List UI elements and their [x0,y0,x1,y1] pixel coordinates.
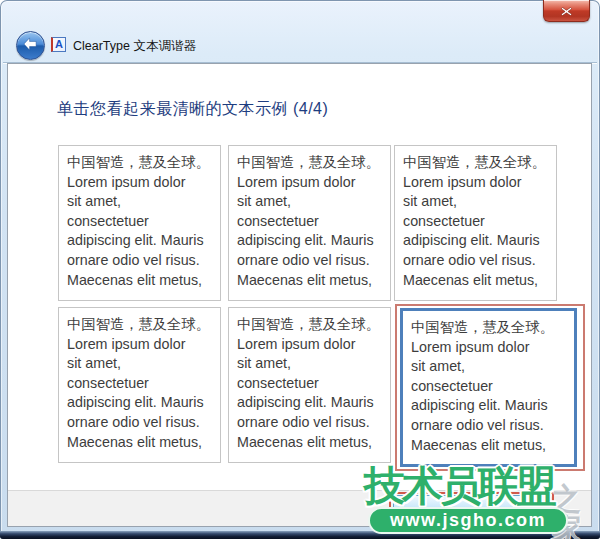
sample-text-line: sit amet, [403,192,553,212]
sample-text-line: ornare odio vel risus. [67,413,217,433]
sample-text-line: adipiscing elit. Mauris [403,231,553,251]
sample-text-line: Maecenas elit metus, [411,436,571,456]
watermark-url-pill: www.jsgho.com [368,507,568,534]
sample-text-line: Lorem ipsum dolor [67,335,217,355]
sample-text-line: ornare odio vel risus. [237,413,387,433]
sample-box-4[interactable]: 中国智造，慧及全球。Lorem ipsum dolorsit amet,cons… [58,307,221,463]
sample-text-line: 中国智造，慧及全球。 [237,315,387,335]
sample-text-line: adipiscing elit. Mauris [411,396,571,416]
watermark-title: 技术员联盟 [364,466,554,507]
sample-text-line: consectetuer [237,212,387,232]
sample-text-line: ornare odio vel risus. [411,416,571,436]
sample-text-line: ornare odio vel risus. [403,251,553,271]
sample-text-line: sit amet, [237,354,387,374]
sample-text-line: ornare odio vel risus. [237,251,387,271]
sample-text-line: Lorem ipsum dolor [67,173,217,193]
cleartype-tuner-window: A ClearType 文本调谐器 单击您看起来最清晰的文本示例 (4/4) 中… [0,0,600,539]
sample-text-line: adipiscing elit. Mauris [67,231,217,251]
sample-text-line: Maecenas elit metus, [67,271,217,291]
sample-text-line: Maecenas elit metus, [403,271,553,291]
sample-text-line: adipiscing elit. Mauris [237,393,387,413]
sample-text-line: consectetuer [67,374,217,394]
watermark-url: www.jsgho.com [390,510,546,531]
sample-text-line: 中国智造，慧及全球。 [403,153,553,173]
sample-box-2[interactable]: 中国智造，慧及全球。Lorem ipsum dolorsit amet,cons… [228,145,391,301]
sample-grid: 中国智造，慧及全球。Lorem ipsum dolorsit amet,cons… [0,0,600,539]
sample-text-line: Lorem ipsum dolor [403,173,553,193]
sample-box-5[interactable]: 中国智造，慧及全球。Lorem ipsum dolorsit amet,cons… [228,307,391,463]
sample-box-3[interactable]: 中国智造，慧及全球。Lorem ipsum dolorsit amet,cons… [394,145,557,301]
sample-text-line: consectetuer [403,212,553,232]
sample-text-line: sit amet, [411,357,571,377]
sample-text-line: consectetuer [67,212,217,232]
sample-text-line: consectetuer [237,374,387,394]
sample-text-line: ornare odio vel risus. [67,251,217,271]
sample-text-line: 中国智造，慧及全球。 [67,153,217,173]
sample-box-6[interactable]: 中国智造，慧及全球。Lorem ipsum dolorsit amet,cons… [400,308,577,467]
sample-text-line: 中国智造，慧及全球。 [67,315,217,335]
sample-text-line: sit amet, [237,192,387,212]
sample-text-line: Lorem ipsum dolor [411,338,571,358]
sample-text-line: sit amet, [67,354,217,374]
sample-text-line: 中国智造，慧及全球。 [237,153,387,173]
sample-text-line: Lorem ipsum dolor [237,335,387,355]
sample-box-1[interactable]: 中国智造，慧及全球。Lorem ipsum dolorsit amet,cons… [58,145,221,301]
sample-text-line: sit amet, [67,192,217,212]
sample-text-line: 中国智造，慧及全球。 [411,318,571,338]
sample-text-line: adipiscing elit. Mauris [237,231,387,251]
sample-text-line: Maecenas elit metus, [237,271,387,291]
sample-text-line: Maecenas elit metus, [237,433,387,453]
sample-text-line: consectetuer [411,377,571,397]
sample-text-line: Maecenas elit metus, [67,433,217,453]
sample-text-line: Lorem ipsum dolor [237,173,387,193]
sample-text-line: adipiscing elit. Mauris [67,393,217,413]
